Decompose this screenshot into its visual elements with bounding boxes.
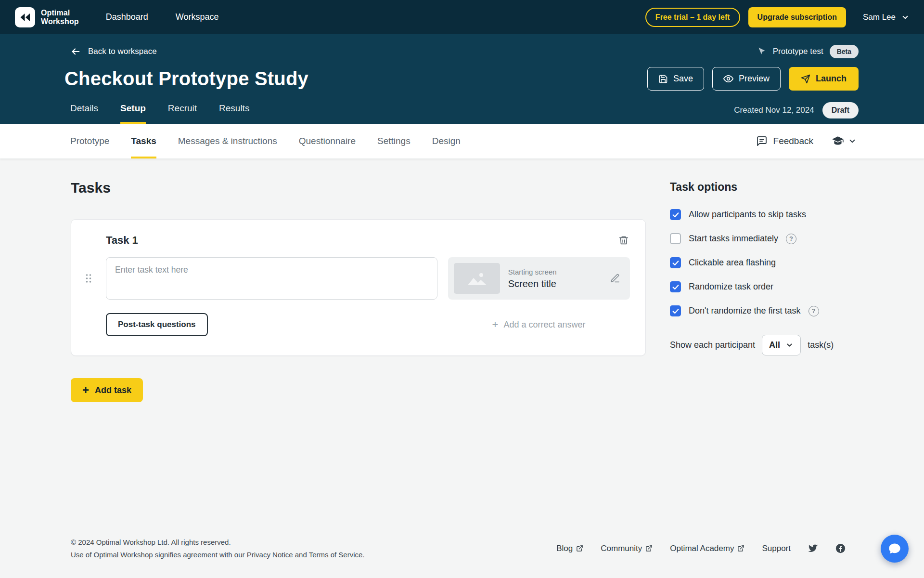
image-placeholder-icon — [465, 271, 488, 286]
pencil-icon — [610, 273, 620, 284]
beta-badge: Beta — [830, 45, 859, 58]
back-link-label: Back to workspace — [88, 47, 157, 56]
task-title: Task 1 — [106, 234, 138, 247]
blog-link-label: Blog — [556, 544, 573, 553]
subtab-prototype[interactable]: Prototype — [70, 124, 109, 158]
task-options-heading: Task options — [670, 181, 877, 194]
help-icon[interactable]: ? — [786, 234, 796, 244]
add-correct-answer-button[interactable]: + Add a correct answer — [448, 319, 630, 330]
brand-line2: Workshop — [41, 17, 79, 26]
study-meta: Created Nov 12, 2024 Draft — [734, 102, 859, 124]
add-task-button[interactable]: + Add task — [71, 378, 143, 402]
top-nav: Dashboard Workspace — [106, 12, 219, 22]
academy-menu[interactable] — [832, 135, 857, 147]
subtab-settings[interactable]: Settings — [377, 124, 411, 158]
option-label: Clickable area flashing — [689, 258, 776, 268]
feedback-label: Feedback — [773, 136, 813, 146]
support-link-label: Support — [762, 544, 791, 553]
facebook-icon[interactable] — [835, 543, 846, 553]
community-link[interactable]: Community — [601, 544, 653, 553]
subtab-design[interactable]: Design — [432, 124, 461, 158]
user-menu[interactable]: Sam Lee — [863, 13, 910, 22]
option-label: Randomize task order — [689, 282, 773, 292]
created-date: Created Nov 12, 2024 — [734, 105, 814, 115]
feedback-bubble-icon — [756, 135, 768, 147]
agreement-text: Use of Optimal Workshop signifies agreem… — [71, 549, 365, 561]
option-clickable-flash: Clickable area flashing — [670, 257, 877, 268]
paper-plane-icon — [801, 74, 810, 84]
agreement-terminal: . — [362, 551, 364, 559]
task-options-panel: Task options Allow participants to skip … — [670, 180, 877, 355]
tab-results[interactable]: Results — [219, 103, 249, 124]
checkbox-allow-skip[interactable] — [670, 209, 681, 220]
study-type-indicator: Prototype test Beta — [757, 45, 859, 58]
subtab-messages-instructions[interactable]: Messages & instructions — [178, 124, 277, 158]
top-bar: Optimal Workshop Dashboard Workspace Fre… — [0, 0, 924, 34]
post-task-questions-button[interactable]: Post-task questions — [106, 313, 208, 336]
nav-dashboard[interactable]: Dashboard — [106, 12, 148, 22]
status-badge: Draft — [822, 102, 859, 118]
task-count-select[interactable]: All — [762, 335, 801, 355]
main-content: Tasks Task 1 — [0, 158, 924, 524]
chat-widget-button[interactable] — [881, 535, 909, 563]
graduation-cap-icon — [832, 135, 844, 147]
agreement-conjunction: and — [295, 551, 307, 559]
option-start-immediately: Start tasks immediately ? — [670, 233, 877, 244]
show-prefix-label: Show each participant — [670, 340, 755, 350]
tab-recruit[interactable]: Recruit — [168, 103, 197, 124]
delete-task-button[interactable] — [617, 234, 630, 247]
checkbox-randomize-order[interactable] — [670, 281, 681, 292]
terms-of-service-link[interactable]: Terms of Service — [309, 551, 363, 559]
show-suffix-label: task(s) — [808, 340, 834, 350]
tab-details[interactable]: Details — [70, 103, 98, 124]
save-button-label: Save — [673, 74, 693, 84]
launch-button[interactable]: Launch — [789, 67, 859, 91]
chevron-down-icon — [785, 341, 794, 349]
task-count-value: All — [769, 340, 780, 350]
user-name: Sam Lee — [863, 13, 896, 22]
feedback-button[interactable]: Feedback — [756, 135, 813, 147]
free-trial-badge[interactable]: Free trial – 1 day left — [645, 8, 740, 27]
support-link[interactable]: Support — [762, 544, 791, 553]
help-icon[interactable]: ? — [808, 306, 819, 316]
starting-screen-label: Starting screen — [508, 268, 557, 276]
checkbox-clickable-flash[interactable] — [670, 257, 681, 268]
tasks-heading: Tasks — [71, 180, 646, 196]
save-icon — [658, 74, 668, 84]
preview-button[interactable]: Preview — [712, 67, 781, 91]
prototype-icon — [757, 47, 767, 56]
twitter-icon[interactable] — [808, 543, 818, 553]
checkbox-start-immediately[interactable] — [670, 233, 681, 244]
setup-subnav: Prototype Tasks Messages & instructions … — [0, 124, 924, 158]
plus-icon: + — [82, 384, 89, 396]
study-header: Back to workspace Prototype test Beta Ch… — [0, 34, 924, 124]
brand[interactable]: Optimal Workshop — [15, 7, 79, 27]
chevron-down-icon — [848, 137, 857, 145]
agreement-prefix: Use of Optimal Workshop signifies agreem… — [71, 551, 245, 559]
optimal-academy-link[interactable]: Optimal Academy — [670, 544, 744, 553]
task-card: Task 1 — [71, 219, 646, 356]
external-link-icon — [576, 545, 583, 552]
chevron-down-icon — [901, 13, 910, 22]
page-title: Checkout Prototype Study — [64, 68, 308, 90]
trash-icon — [618, 235, 629, 246]
brand-line1: Optimal — [41, 9, 70, 17]
blog-link[interactable]: Blog — [556, 544, 583, 553]
checkbox-dont-randomize-first[interactable] — [670, 305, 681, 316]
subtab-questionnaire[interactable]: Questionnaire — [299, 124, 356, 158]
back-to-workspace-link[interactable]: Back to workspace — [70, 46, 157, 57]
upgrade-subscription-button[interactable]: Upgrade subscription — [748, 7, 846, 27]
preview-button-label: Preview — [739, 74, 770, 84]
drag-handle-icon[interactable] — [85, 273, 92, 284]
optimal-workshop-logo-icon — [15, 7, 35, 27]
option-label: Don't randomize the first task — [689, 306, 801, 316]
tab-setup[interactable]: Setup — [120, 103, 146, 124]
subtab-tasks[interactable]: Tasks — [131, 124, 156, 158]
edit-starting-screen-button[interactable] — [609, 272, 621, 285]
back-arrow-icon — [70, 46, 81, 57]
privacy-notice-link[interactable]: Privacy Notice — [247, 551, 293, 559]
launch-button-label: Launch — [816, 74, 847, 84]
save-button[interactable]: Save — [647, 67, 704, 91]
nav-workspace[interactable]: Workspace — [176, 12, 219, 22]
task-text-input[interactable] — [106, 257, 437, 300]
